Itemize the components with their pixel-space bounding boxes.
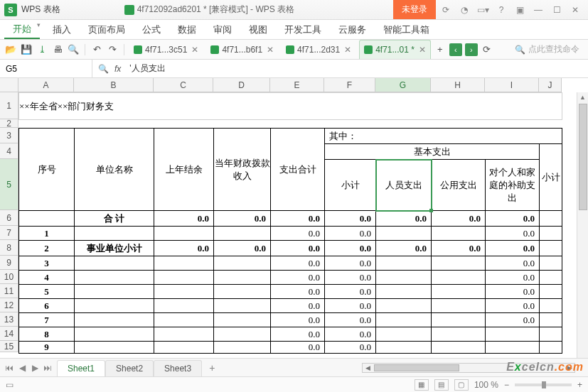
col-header-A[interactable]: A [18, 78, 74, 92]
cell[interactable] [540, 327, 562, 342]
cell[interactable] [540, 256, 562, 271]
cell[interactable]: 0.0 [486, 241, 540, 256]
cell[interactable] [540, 227, 562, 241]
close-button[interactable]: ✕ [567, 1, 584, 18]
close-icon[interactable]: ✕ [344, 45, 351, 55]
cell[interactable]: 6 [19, 299, 75, 313]
select-all-corner[interactable] [0, 78, 18, 92]
maximize-button[interactable]: ☐ [548, 1, 565, 18]
cell[interactable] [75, 271, 154, 285]
menu-smart[interactable]: 智能工具箱 [375, 20, 438, 39]
doc-tab-4[interactable]: 4f71...01 *✕ [359, 40, 431, 59]
cell[interactable] [154, 342, 214, 354]
cell[interactable]: 0.0 [271, 299, 325, 313]
row-header-7[interactable]: 7 [0, 226, 18, 240]
row-header-11[interactable]: 11 [0, 284, 18, 298]
doc-tab-1[interactable]: 4f71...3c51✕ [129, 40, 203, 59]
cell[interactable] [214, 271, 271, 285]
zoom-value[interactable]: 100 % [474, 380, 498, 390]
minimize-button[interactable]: — [530, 1, 547, 18]
cell[interactable]: 0.0 [271, 211, 325, 227]
name-box[interactable]: G5 [0, 60, 92, 77]
formula-value[interactable]: '人员支出 [127, 62, 165, 75]
sheet-nav-last[interactable]: ⏭ [43, 363, 53, 373]
hdr-renyuan[interactable]: 人员支出 [376, 160, 432, 211]
cell[interactable] [154, 285, 214, 299]
cell[interactable] [75, 342, 154, 354]
cell[interactable]: 0.0 [325, 327, 376, 342]
sync-icon[interactable]: ⟳ [437, 1, 454, 18]
cell[interactable] [486, 327, 540, 342]
menu-data[interactable]: 数据 [169, 20, 205, 39]
cell[interactable] [214, 299, 271, 313]
close-icon[interactable]: ✕ [267, 45, 274, 55]
hdr-xiaoji2[interactable]: 小计 [540, 144, 562, 211]
print-icon[interactable]: 🖶 [51, 43, 64, 56]
add-tab-icon[interactable]: + [434, 43, 447, 56]
menu-formula[interactable]: 公式 [134, 20, 169, 39]
cell[interactable]: 2 [19, 241, 75, 256]
redo-icon[interactable]: ↷ [106, 43, 119, 56]
cell[interactable]: 0.0 [325, 227, 376, 241]
cell[interactable] [75, 256, 154, 271]
cell[interactable] [75, 327, 154, 342]
cell[interactable]: 3 [19, 256, 75, 271]
row-header-14[interactable]: 14 [0, 327, 18, 341]
vertical-scrollbar[interactable]: ▲ [577, 92, 588, 362]
feedback-icon[interactable]: ▣ [511, 1, 528, 18]
cell[interactable] [432, 285, 486, 299]
menu-insert[interactable]: 插入 [44, 20, 80, 39]
tab-nav-right[interactable]: › [465, 43, 478, 56]
cell[interactable]: 0.0 [325, 271, 376, 285]
cell[interactable] [75, 313, 154, 327]
row-header-9[interactable]: 9 [0, 256, 18, 270]
cell[interactable]: 0.0 [325, 299, 376, 313]
cell[interactable]: 0.0 [325, 256, 376, 271]
cell[interactable]: 0.0 [154, 241, 214, 256]
cell[interactable] [540, 285, 562, 299]
menu-cloud[interactable]: 云服务 [330, 20, 375, 39]
cell-heji[interactable]: 合 计 [75, 211, 154, 227]
cell[interactable] [486, 342, 540, 354]
hdr-danwei[interactable]: 单位名称 [75, 129, 154, 211]
cell[interactable]: 0.0 [486, 256, 540, 271]
hdr-buzu[interactable]: 对个人和家庭的补助支出 [486, 160, 540, 211]
cell[interactable]: 0.0 [376, 211, 432, 227]
menu-view[interactable]: 视图 [240, 20, 276, 39]
hdr-xuhao[interactable]: 序号 [19, 129, 75, 211]
cell[interactable] [214, 256, 271, 271]
fx-icon[interactable]: fx [114, 64, 121, 74]
col-header-D[interactable]: D [213, 78, 270, 92]
hdr-xiaoji[interactable]: 小计 [325, 160, 376, 211]
cell[interactable]: 5 [19, 285, 75, 299]
cell[interactable] [75, 285, 154, 299]
help-icon[interactable]: ? [493, 1, 510, 18]
col-header-G[interactable]: G [375, 78, 431, 92]
add-sheet-icon[interactable]: + [202, 359, 222, 376]
cell[interactable]: 0.0 [325, 342, 376, 354]
cell[interactable]: 0.0 [154, 211, 214, 227]
view-break-icon[interactable]: ▢ [454, 379, 469, 391]
cell[interactable]: 9 [19, 342, 75, 354]
sheet-nav-next[interactable]: ▶ [30, 363, 40, 373]
tab-nav-left[interactable]: ‹ [449, 43, 462, 56]
cell[interactable]: 0.0 [271, 256, 325, 271]
cell[interactable]: 0.0 [486, 211, 540, 227]
cell[interactable] [75, 227, 154, 241]
cell[interactable] [154, 327, 214, 342]
cell[interactable] [432, 299, 486, 313]
cell[interactable] [540, 299, 562, 313]
cell[interactable]: 0.0 [271, 313, 325, 327]
cells-area[interactable]: ××年全省××部门财务支 序号 单位名称 上年结余 当年财政拨款收入 支出合计 … [18, 92, 562, 354]
row-header-3[interactable]: 3 [0, 128, 18, 143]
menu-dev[interactable]: 开发工具 [276, 20, 330, 39]
zoom-out-icon[interactable]: − [504, 380, 509, 390]
cell[interactable] [214, 285, 271, 299]
cell[interactable] [540, 313, 562, 327]
scroll-thumb[interactable] [579, 104, 587, 210]
cell[interactable]: 4 [19, 271, 75, 285]
col-header-F[interactable]: F [324, 78, 375, 92]
col-header-H[interactable]: H [431, 78, 485, 92]
undo-icon[interactable]: ↶ [90, 43, 103, 56]
menu-start[interactable]: 开始 [4, 20, 40, 39]
